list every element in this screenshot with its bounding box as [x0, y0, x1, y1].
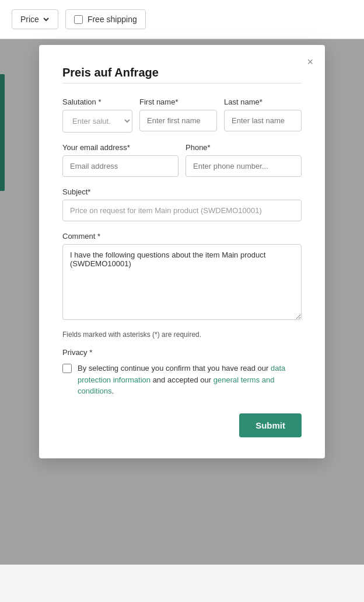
salutation-select[interactable]: Enter salut. Mr. Ms. Dr. — [62, 110, 132, 133]
comment-row: Comment * — [62, 232, 302, 320]
form-footer: Submit — [62, 413, 302, 437]
subject-input[interactable] — [62, 200, 302, 221]
first-name-label: First name* — [139, 98, 217, 106]
contact-row: Your email address* Phone* — [62, 143, 302, 177]
price-filter-button[interactable]: Price — [12, 9, 58, 29]
privacy-text-2: and accepted our — [150, 375, 214, 384]
salutation-label: Salutation * — [62, 98, 132, 106]
privacy-checkbox[interactable] — [62, 364, 72, 373]
email-label: Your email address* — [62, 143, 178, 152]
privacy-section: Privacy * By selecting continue you conf… — [62, 348, 302, 397]
comment-textarea[interactable] — [62, 244, 302, 320]
last-name-group: Last name* — [224, 98, 302, 133]
salutation-group: Salutation * Enter salut. Mr. Ms. Dr. — [62, 98, 132, 133]
privacy-text-3: . — [112, 387, 114, 395]
last-name-input[interactable] — [224, 110, 302, 131]
subject-label: Subject* — [62, 187, 302, 196]
first-name-group: First name* — [139, 98, 217, 133]
page-background: × Preis auf Anfrage Salutation * Enter s… — [0, 39, 364, 565]
required-note: Fields marked with asterisks (*) are req… — [62, 330, 302, 339]
comment-group: Comment * — [62, 232, 302, 320]
modal-title: Preis auf Anfrage — [62, 66, 302, 79]
privacy-label: Privacy * — [62, 348, 302, 357]
last-name-label: Last name* — [224, 98, 302, 106]
privacy-checkbox-row: By selecting continue you confirm that y… — [62, 363, 302, 397]
submit-button[interactable]: Submit — [239, 413, 302, 437]
name-row: Salutation * Enter salut. Mr. Ms. Dr. Fi… — [62, 98, 302, 133]
email-group: Your email address* — [62, 143, 178, 177]
price-filter-label: Price — [20, 15, 39, 24]
phone-label: Phone* — [186, 143, 302, 152]
close-icon: × — [307, 56, 313, 68]
comment-label: Comment * — [62, 232, 302, 241]
modal-overlay: × Preis auf Anfrage Salutation * Enter s… — [0, 39, 364, 565]
free-shipping-checkbox[interactable] — [74, 15, 83, 24]
subject-row: Subject* — [62, 187, 302, 221]
modal-close-button[interactable]: × — [304, 54, 316, 69]
first-name-input[interactable] — [139, 110, 217, 131]
phone-input[interactable] — [186, 155, 302, 177]
privacy-text-1: By selecting continue you confirm that y… — [78, 364, 271, 373]
inquiry-form: Salutation * Enter salut. Mr. Ms. Dr. Fi… — [62, 98, 302, 437]
filter-bar: Price Free shipping — [0, 0, 364, 39]
free-shipping-label: Free shipping — [88, 15, 137, 24]
chevron-down-icon — [43, 16, 50, 23]
free-shipping-filter[interactable]: Free shipping — [65, 9, 146, 29]
subject-group: Subject* — [62, 187, 302, 221]
email-input[interactable] — [62, 155, 178, 177]
modal-dialog: × Preis auf Anfrage Salutation * Enter s… — [39, 45, 325, 458]
privacy-text: By selecting continue you confirm that y… — [78, 363, 302, 397]
phone-group: Phone* — [186, 143, 302, 177]
modal-divider — [62, 83, 302, 83]
